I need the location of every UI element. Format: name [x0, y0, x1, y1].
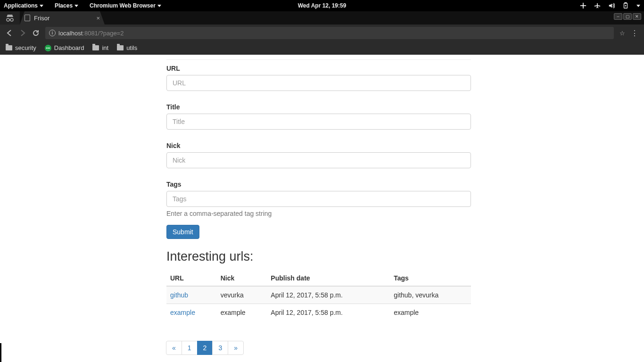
chevron-down-icon	[74, 5, 78, 7]
chevron-down-icon[interactable]	[636, 5, 640, 7]
bookmark-star-icon[interactable]: ☆	[619, 30, 625, 37]
tags-label: Tags	[166, 176, 471, 188]
bookmark-label: security	[15, 44, 36, 51]
network-icon[interactable]	[580, 2, 586, 9]
row-tags: example	[390, 304, 471, 321]
volume-icon[interactable]	[608, 2, 615, 9]
airplane-mode-icon[interactable]	[594, 2, 601, 9]
urls-table: URL Nick Publish date Tags github vevurk…	[166, 271, 471, 321]
battery-icon[interactable]	[622, 2, 629, 9]
page-2-active[interactable]: 2	[197, 341, 213, 355]
window-controls: – ▢ ✕	[614, 13, 641, 20]
svg-point-7	[7, 18, 9, 21]
svg-point-8	[10, 18, 13, 21]
close-tab-button[interactable]: ×	[96, 15, 100, 22]
row-date: April 12, 2017, 5:58 p.m.	[267, 304, 390, 321]
row-url-link[interactable]: example	[170, 309, 195, 316]
table-row: example example April 12, 2017, 5:58 p.m…	[166, 304, 471, 321]
row-tags: github, vevurka	[390, 286, 471, 304]
places-label: Places	[55, 2, 73, 9]
browser-window-menu[interactable]: Chromium Web Browser	[90, 2, 161, 9]
url-input[interactable]	[166, 75, 471, 91]
form-group-title: Title	[166, 99, 471, 130]
column-date: Publish date	[267, 271, 390, 286]
url-host: localhost	[58, 30, 83, 37]
page-icon	[25, 15, 30, 21]
incognito-indicator	[0, 11, 20, 25]
bookmark-int[interactable]: int	[92, 44, 108, 51]
browser-tab[interactable]: Frisor ×	[20, 11, 105, 25]
nav-bar: i localhost:8081/?page=2 ☆ ⋮	[0, 25, 644, 41]
svg-point-4	[582, 5, 584, 7]
forward-button[interactable]	[19, 29, 26, 37]
bookmark-label: Dashboard	[54, 44, 84, 51]
page-content: URL Title Nick Tags Enter a comma-separa…	[0, 55, 644, 362]
column-tags: Tags	[390, 271, 471, 286]
applications-label: Applications	[4, 2, 38, 9]
minimize-button[interactable]: –	[614, 13, 622, 20]
bookmark-label: int	[102, 44, 108, 51]
row-nick: vevurka	[217, 286, 267, 304]
page-prev[interactable]: «	[166, 341, 182, 355]
chrome-menu-button[interactable]: ⋮	[631, 29, 638, 38]
title-input[interactable]	[166, 114, 471, 130]
nick-input[interactable]	[166, 152, 471, 168]
form-group-url: URL	[166, 60, 471, 91]
chevron-down-icon	[157, 5, 161, 7]
browser-menu-label: Chromium Web Browser	[90, 2, 156, 9]
address-bar[interactable]: i localhost:8081/?page=2	[45, 27, 614, 39]
column-url: URL	[166, 271, 217, 286]
folder-icon	[92, 45, 99, 50]
form-group-tags: Tags Enter a comma-separated tag string	[166, 176, 471, 217]
row-nick: example	[217, 304, 267, 321]
svg-rect-6	[625, 2, 627, 3]
bookmark-label: utils	[126, 44, 137, 51]
site-info-icon[interactable]: i	[49, 30, 56, 36]
page-next[interactable]: »	[228, 341, 244, 355]
url-label: URL	[166, 60, 471, 72]
tab-title: Frisor	[34, 15, 50, 22]
row-date: April 12, 2017, 5:58 p.m.	[267, 286, 390, 304]
maximize-button[interactable]: ▢	[623, 13, 632, 20]
bookmarks-bar: security ••• Dashboard int utils	[0, 41, 644, 55]
interesting-urls-heading: Interesting urls:	[166, 249, 471, 264]
row-url-link[interactable]: github	[170, 291, 188, 299]
incognito-icon	[5, 14, 15, 22]
gnome-top-bar: Applications Places Chromium Web Browser…	[0, 0, 644, 11]
title-label: Title	[166, 99, 471, 111]
url-path: :8081/?page=2	[83, 30, 124, 37]
page-3[interactable]: 3	[212, 341, 228, 355]
back-button[interactable]	[6, 29, 13, 37]
pagination: « 1 2 3 »	[166, 341, 471, 355]
chevron-down-icon	[40, 5, 43, 7]
bookmark-utils[interactable]: utils	[117, 44, 137, 51]
window-edge	[0, 343, 1, 362]
clock-label: Wed Apr 12, 19:59	[298, 2, 347, 9]
nick-label: Nick	[166, 137, 471, 149]
table-row: github vevurka April 12, 2017, 5:58 p.m.…	[166, 286, 471, 304]
applications-menu[interactable]: Applications	[4, 2, 43, 9]
folder-icon	[117, 45, 124, 50]
url-text: localhost:8081/?page=2	[58, 30, 124, 37]
places-menu[interactable]: Places	[55, 2, 78, 9]
dashboard-icon: •••	[45, 45, 51, 51]
form-group-nick: Nick	[166, 137, 471, 168]
close-window-button[interactable]: ✕	[633, 13, 641, 20]
column-nick: Nick	[217, 271, 267, 286]
folder-icon	[6, 45, 12, 50]
page-1[interactable]: 1	[182, 341, 198, 355]
bookmark-dashboard[interactable]: ••• Dashboard	[45, 44, 84, 51]
reload-button[interactable]	[32, 29, 40, 37]
tab-strip: Frisor × – ▢ ✕	[0, 11, 644, 25]
tags-input[interactable]	[166, 191, 471, 207]
tags-help-text: Enter a comma-separated tag string	[166, 210, 471, 217]
submit-button[interactable]: Submit	[166, 225, 199, 239]
bookmark-security[interactable]: security	[6, 44, 36, 51]
